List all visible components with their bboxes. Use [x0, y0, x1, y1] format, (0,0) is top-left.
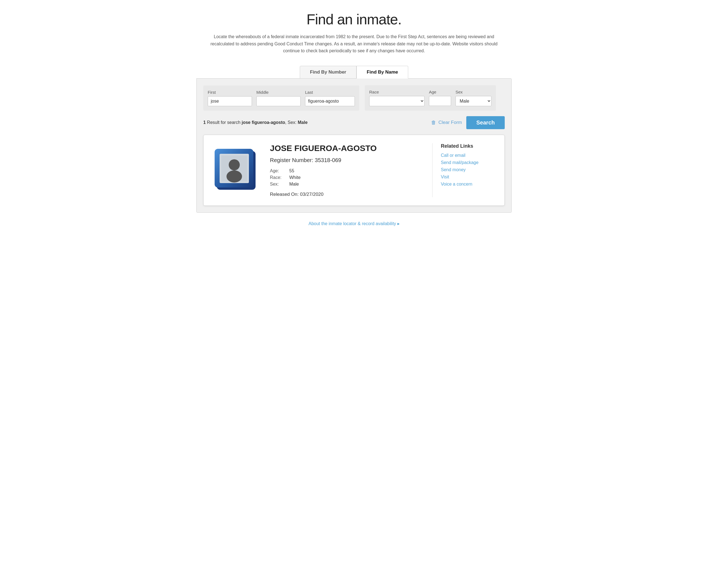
related-link-visit[interactable]: Visit	[441, 175, 496, 179]
race-select[interactable]: White Black Hispanic Asian American Indi…	[369, 96, 424, 106]
results-text: 1 Result for search jose figueroa-agosto…	[203, 120, 307, 125]
results-bar: 1 Result for search jose figueroa-agosto…	[203, 116, 505, 129]
result-count: 1	[203, 120, 206, 125]
page-title: Find an inmate.	[196, 11, 512, 28]
tab-find-by-number[interactable]: Find By Number	[300, 66, 356, 79]
age-input[interactable]	[429, 96, 451, 106]
related-link-send-money[interactable]: Send money	[441, 167, 496, 172]
extra-fields-group: Race White Black Hispanic Asian American…	[365, 85, 496, 111]
fields-row: First Middle Last Race Wh	[203, 85, 505, 111]
sex-detail-value: Male	[289, 182, 299, 187]
tab-find-by-name[interactable]: Find By Name	[356, 66, 408, 79]
about-inmate-locator-link[interactable]: About the inmate locator & record availa…	[308, 221, 400, 226]
inmate-info: JOSE FIGUEROA-AGOSTO Register Number: 35…	[270, 143, 433, 197]
inmate-name: JOSE FIGUEROA-AGOSTO	[270, 143, 424, 153]
sex-detail-row: Sex: Male	[270, 182, 424, 187]
age-detail-value: 55	[289, 169, 294, 173]
clear-form-button[interactable]: 🗑 Clear Form	[431, 120, 462, 125]
related-links: Related Links Call or email Send mail/pa…	[441, 143, 496, 189]
age-detail-label: Age:	[270, 169, 284, 173]
last-field-group: Last	[305, 90, 355, 106]
age-field-group: Age	[429, 90, 451, 106]
sex-select[interactable]: Male Female	[455, 96, 492, 106]
sex-value-text: Male	[298, 120, 307, 125]
race-field-group: Race White Black Hispanic Asian American…	[369, 90, 424, 106]
related-link-send-mail[interactable]: Send mail/package	[441, 160, 496, 165]
age-detail-row: Age: 55	[270, 169, 424, 173]
trash-icon: 🗑	[431, 120, 436, 125]
age-label: Age	[429, 90, 451, 94]
race-detail-value: White	[289, 175, 301, 180]
race-detail-label: Race:	[270, 175, 284, 180]
svg-point-5	[227, 170, 242, 182]
related-link-voice-concern[interactable]: Voice a concern	[441, 182, 496, 187]
sex-field-group: Sex Male Female	[455, 90, 492, 106]
search-button[interactable]: Search	[466, 116, 505, 129]
register-number: Register Number: 35318-069	[270, 157, 424, 164]
released-on-date: 03/27/2020	[300, 192, 324, 197]
results-actions: 🗑 Clear Form Search	[431, 116, 505, 129]
middle-input[interactable]	[256, 96, 301, 106]
middle-field-group: Middle	[256, 90, 301, 106]
tabs-container: Find By Number Find By Name	[196, 65, 512, 78]
first-field-group: First	[208, 90, 252, 106]
last-input[interactable]	[305, 96, 355, 106]
first-label: First	[208, 90, 252, 95]
avatar-icon	[212, 143, 262, 193]
search-terms: jose figueroa-agosto	[242, 120, 285, 125]
register-number-value: 35318-069	[315, 157, 341, 163]
related-link-call-or-email[interactable]: Call or email	[441, 153, 496, 158]
name-fields-group: First Middle Last	[203, 85, 359, 111]
race-detail-row: Race: White	[270, 175, 424, 180]
clear-form-label: Clear Form	[438, 120, 462, 125]
released-on: Released On: 03/27/2020	[270, 192, 424, 197]
sex-detail-label: Sex:	[270, 182, 284, 187]
sex-label: Sex	[455, 90, 492, 94]
race-label: Race	[369, 90, 424, 94]
result-card: JOSE FIGUEROA-AGOSTO Register Number: 35…	[203, 135, 505, 206]
search-panel: First Middle Last Race Wh	[196, 78, 512, 213]
svg-point-4	[229, 159, 240, 170]
released-on-label: Released On:	[270, 192, 300, 197]
avatar	[212, 143, 262, 193]
related-links-title: Related Links	[441, 143, 496, 149]
middle-label: Middle	[256, 90, 301, 95]
result-text-prefix: Result for search	[207, 120, 241, 125]
first-input[interactable]	[208, 96, 252, 106]
register-number-label: Register Number:	[270, 157, 315, 163]
last-label: Last	[305, 90, 355, 95]
page-subtitle: Locate the whereabouts of a federal inma…	[202, 33, 506, 55]
sex-label-text: , Sex:	[285, 120, 298, 125]
footer-link: About the inmate locator & record availa…	[196, 221, 512, 226]
